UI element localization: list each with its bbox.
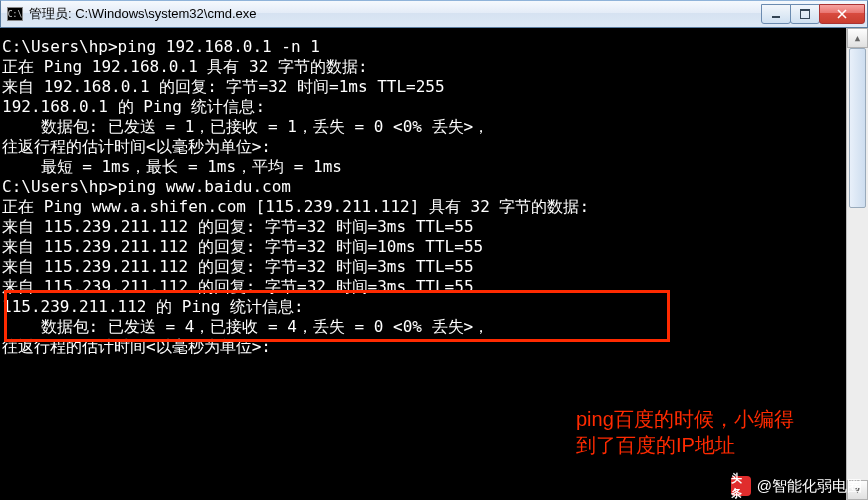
source-watermark: 头条 @智能化弱电圈 (731, 476, 862, 496)
terminal-line: 192.168.0.1 的 Ping 统计信息: (2, 97, 844, 117)
maximize-button[interactable] (790, 4, 820, 24)
terminal-line: 往返行程的估计时间<以毫秒为单位>: (2, 337, 844, 357)
terminal-line: 正在 Ping www.a.shifen.com [115.239.211.11… (2, 197, 844, 217)
terminal-line: 来自 115.239.211.112 的回复: 字节=32 时间=3ms TTL… (2, 217, 844, 237)
toutiao-logo-icon: 头条 (731, 476, 751, 496)
annotation-text: ping百度的时候，小编得 到了百度的IP地址 (576, 406, 794, 458)
terminal-line: 来自 115.239.211.112 的回复: 字节=32 时间=3ms TTL… (2, 257, 844, 277)
vertical-scrollbar[interactable]: ▲ ▼ (846, 28, 868, 500)
annotation-line: ping百度的时候，小编得 (576, 406, 794, 432)
window-controls (762, 4, 865, 24)
terminal-line: 来自 115.239.211.112 的回复: 字节=32 时间=10ms TT… (2, 237, 844, 257)
close-button[interactable] (819, 4, 865, 24)
watermark-handle: @智能化弱电圈 (757, 477, 862, 496)
terminal-line: C:\Users\hp>ping www.baidu.com (2, 177, 844, 197)
annotation-line: 到了百度的IP地址 (576, 432, 794, 458)
terminal-line: 正在 Ping 192.168.0.1 具有 32 字节的数据: (2, 57, 844, 77)
close-icon (837, 9, 847, 19)
terminal-line: 115.239.211.112 的 Ping 统计信息: (2, 297, 844, 317)
terminal-line: C:\Users\hp>ping 192.168.0.1 -n 1 (2, 37, 844, 57)
terminal-line: 来自 115.239.211.112 的回复: 字节=32 时间=3ms TTL… (2, 277, 844, 297)
window-titlebar[interactable]: C:\ 管理员: C:\Windows\system32\cmd.exe (0, 0, 868, 28)
terminal-line: 数据包: 已发送 = 1，已接收 = 1，丢失 = 0 <0% 丢失>， (2, 117, 844, 137)
window-title: 管理员: C:\Windows\system32\cmd.exe (29, 5, 762, 23)
cmd-icon: C:\ (7, 7, 23, 21)
terminal-line: 数据包: 已发送 = 4，已接收 = 4，丢失 = 0 <0% 丢失>， (2, 317, 844, 337)
scroll-track[interactable] (847, 48, 868, 480)
terminal-line: 往返行程的估计时间<以毫秒为单位>: (2, 137, 844, 157)
minimize-button[interactable] (761, 4, 791, 24)
terminal-line: 最短 = 1ms，最长 = 1ms，平均 = 1ms (2, 157, 844, 177)
terminal-line: 来自 192.168.0.1 的回复: 字节=32 时间=1ms TTL=255 (2, 77, 844, 97)
scroll-up-button[interactable]: ▲ (847, 28, 868, 48)
scroll-thumb[interactable] (849, 48, 866, 208)
